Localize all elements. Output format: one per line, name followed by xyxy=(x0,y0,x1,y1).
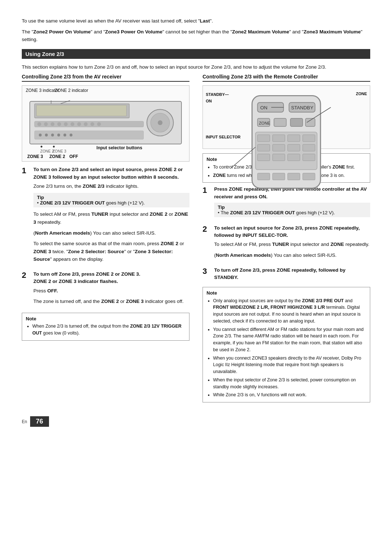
off-label: OFF xyxy=(69,154,78,159)
step1-content: To turn on Zone 2/3 and select an input … xyxy=(33,166,189,266)
step1-tip: Tip • ZONE 2/3 12V TRIGGER OUT goes high… xyxy=(33,193,189,207)
page-num-area: En 76 xyxy=(22,416,49,427)
svg-rect-56 xyxy=(303,173,315,180)
note-right2-item2: You cannot select different AM or FM rad… xyxy=(213,326,366,353)
step3-right: 3 To turn off Zone 2/3, press ZONE repea… xyxy=(203,267,370,283)
step1-body2: To select AM or FM, press TUNER input se… xyxy=(33,210,189,226)
svg-point-11 xyxy=(64,122,68,126)
step2-title: To turn off Zone 2/3, press ZONE 2 or ZO… xyxy=(33,271,189,285)
step1-right-tip: Tip • The ZONE 2/3 12V TRIGGER OUT goes … xyxy=(214,203,370,217)
step1-right-tip-label: Tip xyxy=(218,204,225,210)
step1-num: 1 xyxy=(22,166,30,266)
intro-volume-text: The "Zone2 Power On Volume" and "Zone3 P… xyxy=(22,28,370,43)
footer: En 76 xyxy=(22,416,370,427)
svg-point-16 xyxy=(97,122,101,126)
step1-left: 1 To turn on Zone 2/3 and select an inpu… xyxy=(22,166,189,266)
page-number: 76 xyxy=(30,416,49,427)
remote-svg: ON STANDBY ZONE xyxy=(218,92,355,192)
svg-rect-45 xyxy=(258,145,270,151)
remote-diagram: STANDBY— ON ZONE INPUT SELECTOR ON STAND… xyxy=(203,85,370,149)
svg-text:ZONE 3: ZONE 3 xyxy=(53,149,66,153)
intro-last: Last xyxy=(200,18,210,24)
step1-tip-label: Tip xyxy=(37,195,44,200)
controlling-av-heading: Controlling Zone 2/3 from the AV receive… xyxy=(22,74,189,82)
step3-right-title: To turn off Zone 2/3, press ZONE repeate… xyxy=(214,267,370,281)
svg-rect-41 xyxy=(258,135,270,142)
en-label: En xyxy=(22,419,27,424)
zone2-indicator-label: ZONE 2 indicator xyxy=(55,88,88,93)
note-right2-item4: When the input selector of Zone 2/3 is s… xyxy=(213,377,366,390)
svg-point-22 xyxy=(64,134,66,137)
right-column: Controlling Zone 2/3 with the Remote Con… xyxy=(203,74,370,405)
svg-text:ZONE: ZONE xyxy=(259,121,271,125)
note-right2-item3: When you connect ZONE3 speakers directly… xyxy=(213,355,366,375)
note-right2: Note Only analog input sources are outpu… xyxy=(203,287,370,402)
note-right2-item1: Only analog input sources are output by … xyxy=(213,297,366,325)
step2-body1: The zone is turned off, and the ZONE 2 o… xyxy=(33,297,189,305)
svg-text:●: ● xyxy=(53,144,55,149)
svg-point-8 xyxy=(44,122,48,126)
svg-point-18 xyxy=(39,134,42,137)
step1-body3: (North American models) You can also sel… xyxy=(33,229,189,237)
receiver-svg: ● ZONE 2 ● ZONE 3 xyxy=(25,97,186,163)
step3-right-num: 3 xyxy=(203,267,211,283)
zone3power: Zone3 Power On Volume xyxy=(105,29,162,35)
step2-right-content: To select an input source for Zone 2/3, … xyxy=(214,224,370,262)
step2-left: 2 To turn off Zone 2/3, press ZONE 2 or … xyxy=(22,271,189,308)
zone-right-label: ZONE xyxy=(356,92,367,96)
step3-right-content: To turn off Zone 2/3, press ZONE repeate… xyxy=(214,267,370,283)
svg-point-5 xyxy=(158,121,163,125)
using-zone-body: This section explains how to turn Zone 2… xyxy=(22,63,370,71)
intro-paragraph: To use the same volume level as when the… xyxy=(22,17,370,25)
svg-rect-37 xyxy=(290,118,303,127)
svg-rect-43 xyxy=(288,135,300,142)
svg-rect-42 xyxy=(273,135,285,142)
controlling-remote-heading: Controlling Zone 2/3 with the Remote Con… xyxy=(203,74,370,82)
svg-rect-48 xyxy=(303,145,315,151)
svg-point-14 xyxy=(84,122,87,126)
svg-point-19 xyxy=(45,134,48,137)
svg-rect-46 xyxy=(273,145,285,151)
receiver-diagram: ZONE 3 indicator ZONE 2 indicator xyxy=(22,85,189,162)
zone2max: Zone2 Maximum Volume xyxy=(232,29,289,35)
note-right2-label: Note xyxy=(207,289,366,297)
remote-diagram-wrap: ON STANDBY ZONE xyxy=(206,92,367,192)
step2-right-body2: (North American models) You can also sel… xyxy=(214,251,370,259)
svg-point-20 xyxy=(51,134,54,137)
left-column: Controlling Zone 2/3 from the AV receive… xyxy=(22,74,189,405)
svg-rect-50 xyxy=(273,154,285,161)
svg-rect-55 xyxy=(288,173,300,180)
note-right2-item5: While Zone 2/3 is on, V functions will n… xyxy=(213,392,366,398)
step1-title: To turn on Zone 2/3 and select an input … xyxy=(33,166,189,181)
svg-point-7 xyxy=(37,122,41,126)
svg-rect-2 xyxy=(36,105,126,116)
svg-point-21 xyxy=(57,134,60,137)
svg-rect-36 xyxy=(274,118,286,127)
svg-rect-17 xyxy=(34,131,143,139)
svg-rect-52 xyxy=(303,154,315,161)
svg-rect-44 xyxy=(303,135,315,142)
note-label-left: Note xyxy=(26,315,185,323)
svg-rect-49 xyxy=(258,154,270,161)
step2-pressoff: Press OFF. xyxy=(33,287,189,295)
svg-text:●: ● xyxy=(40,144,43,149)
svg-text:ZONE 2: ZONE 2 xyxy=(40,149,54,153)
svg-text:ON: ON xyxy=(260,105,268,111)
step2-right-num: 2 xyxy=(203,224,211,262)
input-selector-label: INPUT SELECTOR xyxy=(206,134,241,140)
svg-text:STANDBY: STANDBY xyxy=(291,105,314,111)
note-right2-list: Only analog input sources are output by … xyxy=(207,297,366,399)
svg-point-9 xyxy=(51,122,54,126)
svg-point-13 xyxy=(77,122,81,126)
step2-num: 2 xyxy=(22,271,30,308)
step2-right: 2 To select an input source for Zone 2/3… xyxy=(203,224,370,262)
input-selector-buttons-label: Input selector buttons xyxy=(97,145,142,150)
step2-right-title: To select an input source for Zone 2/3, … xyxy=(214,224,370,239)
svg-rect-47 xyxy=(288,145,300,151)
intro-line2end: ". xyxy=(210,18,213,24)
step1-body4: To select the same source as that of the… xyxy=(33,240,189,263)
svg-rect-54 xyxy=(273,173,285,180)
svg-point-23 xyxy=(70,134,73,137)
svg-point-12 xyxy=(70,122,74,126)
note-item-left: When Zone 2/3 is turned off, the output … xyxy=(32,323,185,337)
